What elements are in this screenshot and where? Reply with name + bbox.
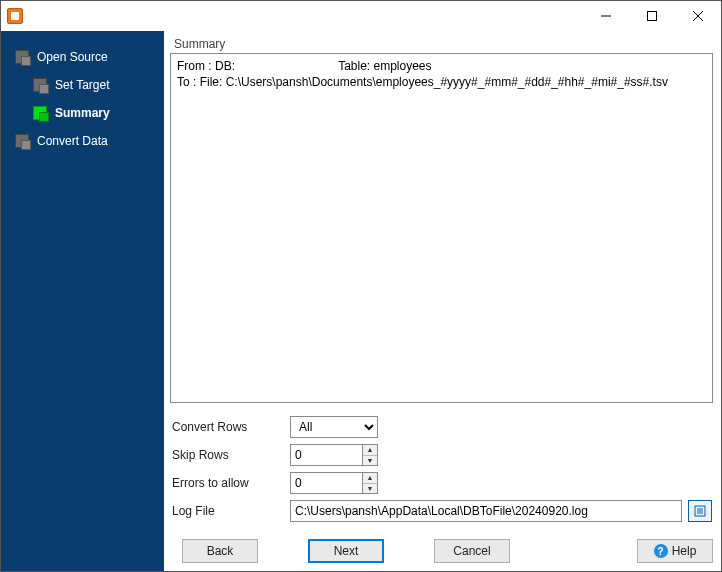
convert-rows-label: Convert Rows	[170, 420, 290, 434]
sidebar-item-convert-data[interactable]: Convert Data	[1, 127, 164, 155]
summary-line-to: To : File: C:\Users\pansh\Documents\empl…	[177, 74, 706, 90]
step-icon	[33, 106, 47, 120]
skip-rows-down[interactable]: ▼	[363, 456, 377, 466]
log-file-input[interactable]	[290, 500, 682, 522]
step-icon	[33, 78, 47, 92]
convert-rows-select[interactable]: All	[290, 416, 378, 438]
svg-rect-1	[648, 12, 657, 21]
summary-text-area: From : DB: Table: employees To : File: C…	[170, 53, 713, 403]
back-button[interactable]: Back	[182, 539, 258, 563]
errors-allow-down[interactable]: ▼	[363, 484, 377, 494]
errors-allow-up[interactable]: ▲	[363, 473, 377, 484]
skip-rows-label: Skip Rows	[170, 448, 290, 462]
maximize-button[interactable]	[629, 1, 675, 31]
summary-line-from: From : DB: Table: employees	[177, 58, 706, 74]
step-icon	[15, 50, 29, 64]
next-button[interactable]: Next	[308, 539, 384, 563]
cancel-button[interactable]: Cancel	[434, 539, 510, 563]
step-icon	[15, 134, 29, 148]
minimize-button[interactable]	[583, 1, 629, 31]
sidebar-item-label: Convert Data	[37, 134, 108, 148]
wizard-sidebar: Open Source Set Target Summary Convert D…	[1, 31, 164, 571]
help-button[interactable]: ? Help	[637, 539, 713, 563]
log-file-label: Log File	[170, 504, 290, 518]
sidebar-item-label: Open Source	[37, 50, 108, 64]
skip-rows-input[interactable]	[290, 444, 362, 466]
sidebar-item-summary[interactable]: Summary	[1, 99, 164, 127]
skip-rows-up[interactable]: ▲	[363, 445, 377, 456]
app-icon	[7, 8, 23, 24]
sidebar-item-label: Summary	[55, 106, 110, 120]
errors-allow-input[interactable]	[290, 472, 362, 494]
sidebar-item-open-source[interactable]: Open Source	[1, 43, 164, 71]
sidebar-item-set-target[interactable]: Set Target	[1, 71, 164, 99]
title-bar	[1, 1, 721, 31]
close-button[interactable]	[675, 1, 721, 31]
sidebar-item-label: Set Target	[55, 78, 109, 92]
errors-allow-label: Errors to allow	[170, 476, 290, 490]
log-file-browse-button[interactable]	[688, 500, 712, 522]
summary-heading: Summary	[174, 37, 713, 51]
browse-icon	[693, 504, 707, 518]
help-icon: ?	[654, 544, 668, 558]
